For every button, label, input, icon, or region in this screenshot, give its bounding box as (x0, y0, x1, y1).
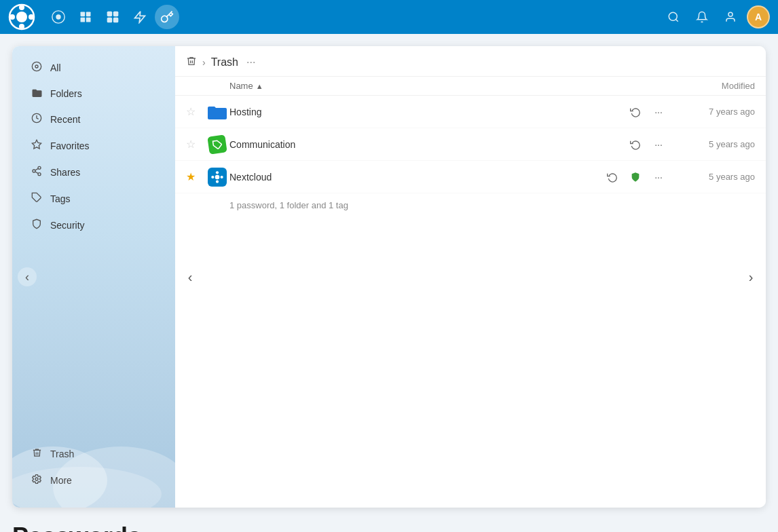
svg-marker-21 (32, 140, 41, 149)
breadcrumb-more-button[interactable]: ··· (246, 56, 255, 69)
sidebar-collapse-button[interactable]: ‹ (18, 267, 37, 286)
nav-left-button[interactable]: ‹ (181, 267, 200, 286)
svg-point-1 (16, 12, 27, 22)
breadcrumb-trash-icon (186, 56, 197, 69)
sidebar-item-folders-label: Folders (50, 88, 82, 99)
sidebar-item-tags-label: Tags (50, 193, 71, 204)
svg-line-25 (35, 172, 39, 174)
sidebar-item-security[interactable]: Security (18, 212, 170, 238)
search-button[interactable] (661, 5, 686, 29)
star-communication[interactable]: ☆ (186, 138, 205, 151)
svg-rect-8 (81, 12, 86, 17)
file-modified-communication: 5 years ago (673, 139, 755, 149)
col-name-label: Name (229, 81, 253, 91)
file-row-hosting[interactable]: ☆ Hosting ··· 7 years ago (175, 96, 766, 128)
column-headers: Name ▲ Modified (175, 77, 766, 96)
sidebar-item-trash[interactable]: Trash (18, 441, 170, 467)
svg-point-22 (38, 166, 41, 169)
star-hosting[interactable]: ☆ (186, 105, 205, 118)
sidebar-item-more[interactable]: More (18, 468, 170, 493)
sidebar-item-tags[interactable]: Tags (18, 186, 170, 212)
dashboard-app-icon[interactable] (73, 5, 98, 29)
breadcrumb-chevron-icon: › (202, 57, 206, 68)
svg-rect-10 (81, 18, 86, 22)
nav-right-button[interactable]: › (741, 267, 760, 286)
file-row-communication[interactable]: ☆ Communication ··· 5 years ago (175, 128, 766, 161)
files-app-icon[interactable] (46, 5, 71, 29)
notifications-button[interactable] (690, 5, 714, 29)
sidebar-item-more-label: More (50, 475, 72, 486)
breadcrumb: › Trash ··· (175, 46, 766, 77)
sidebar-item-trash-label: Trash (50, 449, 74, 459)
file-icon-communication (205, 136, 229, 153)
avatar[interactable]: A (747, 5, 770, 28)
svg-point-23 (33, 170, 35, 172)
file-modified-nextcloud: 5 years ago (673, 172, 755, 182)
svg-point-34 (221, 175, 223, 178)
breadcrumb-title: Trash (211, 56, 238, 69)
sidebar-item-recent[interactable]: Recent (18, 107, 170, 132)
svg-point-33 (211, 175, 214, 178)
sidebar-item-shares-label: Shares (50, 167, 80, 178)
sidebar-item-favorites-label: Favorites (50, 140, 90, 151)
summary-text: 1 password, 1 folder and 1 tag (229, 200, 348, 210)
file-actions-communication: ··· (626, 135, 668, 154)
passwords-app-icon[interactable] (155, 5, 179, 29)
sidebar-nav: All Folders Recent Favorites (12, 54, 175, 440)
svg-rect-13 (113, 12, 119, 17)
shield-nextcloud (626, 168, 645, 187)
tags-icon (30, 192, 43, 206)
recent-icon (30, 113, 43, 126)
all-icon (30, 61, 43, 75)
photos-app-icon[interactable] (100, 5, 125, 29)
file-name-communication: Communication (229, 139, 626, 150)
svg-rect-12 (107, 12, 113, 17)
file-modified-hosting: 7 years ago (673, 107, 755, 117)
security-icon (30, 218, 43, 232)
app-container: All Folders Recent Favorites (12, 46, 766, 508)
app-switcher (46, 5, 656, 29)
file-actions-hosting: ··· (626, 102, 668, 121)
svg-point-31 (216, 171, 219, 174)
svg-point-16 (669, 12, 677, 20)
file-icon-nextcloud (205, 168, 229, 187)
sidebar-item-security-label: Security (50, 220, 85, 231)
file-row-nextcloud[interactable]: ★ Nextcloud (175, 161, 766, 193)
restore-hosting-button[interactable] (626, 102, 645, 121)
svg-point-30 (215, 174, 220, 179)
sidebar-bottom: Trash More (12, 440, 175, 499)
svg-rect-15 (113, 18, 119, 23)
content-area: › Trash ··· Name ▲ Modified ☆ Hosting (175, 46, 766, 508)
more-nextcloud-button[interactable]: ··· (649, 168, 668, 187)
more-hosting-button[interactable]: ··· (649, 102, 668, 121)
svg-rect-11 (86, 18, 91, 22)
page-title: Passwords (12, 522, 766, 532)
col-name-header[interactable]: Name ▲ (229, 81, 673, 91)
activity-app-icon[interactable] (128, 5, 152, 29)
sidebar-item-shares[interactable]: Shares (18, 159, 170, 185)
svg-point-7 (56, 14, 60, 19)
svg-rect-9 (86, 12, 91, 17)
svg-point-3 (19, 24, 24, 29)
contacts-button[interactable] (718, 5, 743, 29)
restore-communication-button[interactable] (626, 135, 645, 154)
star-nextcloud[interactable]: ★ (186, 170, 205, 183)
file-actions-nextcloud: ··· (603, 168, 668, 187)
col-modified-header: Modified (673, 81, 755, 91)
file-icon-hosting (205, 104, 229, 119)
sidebar-item-folders[interactable]: Folders (18, 81, 170, 106)
sidebar-item-all[interactable]: All (18, 55, 170, 81)
more-communication-button[interactable]: ··· (649, 135, 668, 154)
more-icon (30, 474, 43, 487)
restore-nextcloud-button[interactable] (603, 168, 622, 187)
svg-point-24 (38, 173, 41, 176)
shares-icon (30, 166, 43, 179)
col-name-sort-arrow: ▲ (256, 82, 263, 90)
favorites-icon (30, 139, 43, 153)
sidebar-item-favorites[interactable]: Favorites (18, 133, 170, 159)
svg-point-2 (19, 5, 24, 10)
svg-point-28 (35, 478, 38, 480)
svg-rect-14 (107, 18, 113, 23)
app-logo[interactable] (8, 3, 35, 31)
file-name-nextcloud: Nextcloud (229, 172, 603, 183)
